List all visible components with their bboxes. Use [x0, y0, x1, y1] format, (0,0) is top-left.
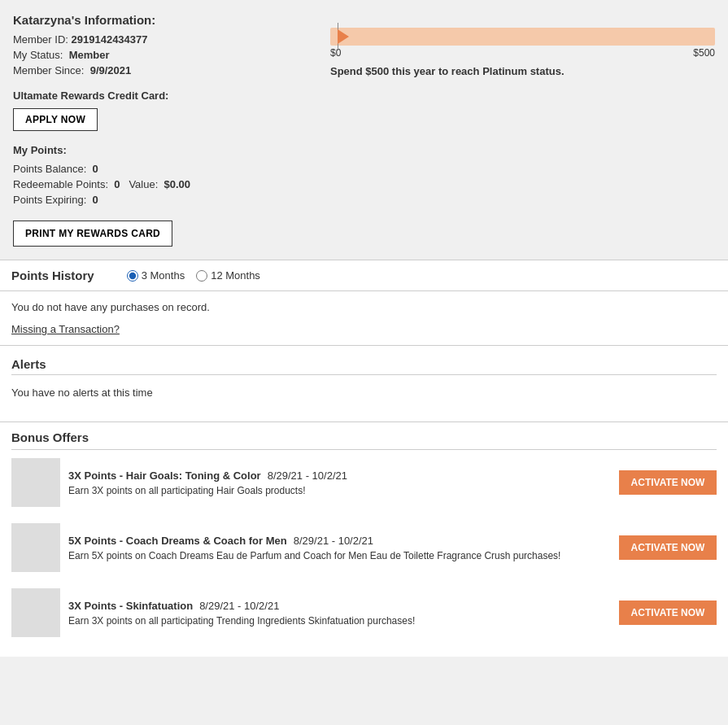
alerts-title: Alerts	[11, 357, 717, 371]
history-radio-group: 3 Months 12 Months	[127, 269, 260, 282]
member-since-row: Member Since: 9/9/2021	[13, 64, 314, 76]
left-col: Katarzyna's Information: Member ID: 2919…	[13, 13, 314, 247]
top-section: Katarzyna's Information: Member ID: 2919…	[0, 0, 728, 260]
offer-title: 5X Points - Coach Dreams & Coach for Men	[68, 535, 287, 547]
points-balance-label: Points Balance:	[13, 163, 86, 175]
bonus-title: Bonus Offers	[11, 422, 717, 449]
redeemable-row: Redeemable Points: 0 Value: $0.00	[13, 178, 314, 190]
radio-3months-label[interactable]: 3 Months	[127, 269, 185, 282]
points-history-body: You do not have any purchases on record.…	[0, 291, 728, 345]
credit-card-section: Ultamate Rewards Credit Card: APPLY NOW	[13, 90, 314, 131]
offer-title-line: 3X Points - Skinfatuation8/29/21 - 10/2/…	[68, 600, 611, 612]
member-id-row: Member ID: 2919142434377	[13, 33, 314, 46]
value-label: Value:	[129, 178, 158, 190]
redeemable-value: 0	[114, 178, 120, 190]
offer-row: 3X Points - Hair Goals: Toning & Color8/…	[11, 450, 717, 515]
radio-3months-text: 3 Months	[142, 269, 185, 282]
credit-card-title: Ultamate Rewards Credit Card:	[13, 90, 314, 102]
radio-12months-label[interactable]: 12 Months	[196, 269, 260, 282]
offer-title: 3X Points - Hair Goals: Toning & Color	[68, 470, 261, 482]
status-value: Member	[69, 49, 110, 61]
radio-12months-text: 12 Months	[211, 269, 260, 282]
offers-container: 3X Points - Hair Goals: Toning & Color8/…	[11, 450, 717, 645]
activate-now-button[interactable]: ACTIVATE NOW	[619, 535, 717, 560]
alerts-section: Alerts You have no alerts at this time	[0, 346, 728, 421]
offer-date: 8/29/21 - 10/2/21	[199, 600, 279, 612]
expiring-label: Points Expiring:	[13, 194, 86, 206]
missing-transaction-link[interactable]: Missing a Transaction?	[11, 323, 120, 335]
offer-row: 3X Points - Skinfatuation8/29/21 - 10/2/…	[11, 580, 717, 645]
progress-message: Spend $500 this year to reach Platinum s…	[330, 65, 715, 77]
offer-icon	[11, 458, 60, 507]
value-amount: $0.00	[164, 178, 191, 190]
no-record-text: You do not have any purchases on record.	[11, 301, 717, 313]
activate-now-button[interactable]: ACTIVATE NOW	[619, 470, 717, 495]
offer-title: 3X Points - Skinfatuation	[68, 600, 193, 612]
offer-row: 5X Points - Coach Dreams & Coach for Men…	[11, 515, 717, 580]
no-alerts-text: You have no alerts at this time	[11, 375, 717, 410]
activate-now-button[interactable]: ACTIVATE NOW	[619, 601, 717, 625]
offer-title-line: 5X Points - Coach Dreams & Coach for Men…	[68, 535, 611, 547]
offer-desc: Earn 3X points on all participating Hair…	[68, 485, 611, 496]
points-title: My Points:	[13, 144, 314, 156]
offer-icon	[11, 523, 60, 572]
redeemable-label: Redeemable Points:	[13, 178, 108, 190]
progress-track	[330, 28, 715, 46]
points-history-header: Points History 3 Months 12 Months	[0, 260, 728, 290]
points-section: My Points: Points Balance: 0 Redeemable …	[13, 144, 314, 247]
points-history-title: Points History	[11, 269, 94, 282]
member-since-label: Member Since:	[13, 64, 84, 76]
member-id-label: Member ID:	[13, 33, 68, 46]
progress-arrow	[338, 29, 349, 44]
print-rewards-card-button[interactable]: PRINT MY REWARDS CARD	[13, 221, 172, 247]
member-name: Katarzyna's Information:	[13, 13, 314, 27]
offer-date: 8/29/21 - 10/2/21	[294, 535, 373, 547]
radio-3months[interactable]	[127, 270, 138, 282]
progress-end-label: $500	[693, 47, 715, 59]
offer-desc: Earn 3X points on all participating Tren…	[68, 615, 611, 627]
offer-details: 5X Points - Coach Dreams & Coach for Men…	[68, 535, 611, 561]
offer-title-line: 3X Points - Hair Goals: Toning & Color8/…	[68, 470, 611, 482]
page-wrapper: Katarzyna's Information: Member ID: 2919…	[0, 0, 728, 657]
offer-details: 3X Points - Hair Goals: Toning & Color8/…	[68, 470, 611, 496]
right-col: $0 $500 Spend $500 this year to reach Pl…	[330, 13, 715, 247]
progress-labels: $0 $500	[330, 47, 715, 59]
points-balance-row: Points Balance: 0	[13, 163, 314, 175]
progress-start-label: $0	[330, 47, 341, 59]
offer-date: 8/29/21 - 10/2/21	[268, 470, 347, 482]
member-since-value: 9/9/2021	[90, 64, 132, 76]
radio-12months[interactable]	[196, 270, 207, 282]
offer-details: 3X Points - Skinfatuation8/29/21 - 10/2/…	[68, 600, 611, 627]
points-balance-value: 0	[93, 163, 98, 175]
status-row: My Status: Member	[13, 49, 314, 61]
member-id-value: 2919142434377	[72, 33, 148, 46]
apply-now-button[interactable]: APPLY NOW	[13, 108, 98, 131]
progress-container: $0 $500 Spend $500 this year to reach Pl…	[330, 28, 715, 77]
bonus-section: Bonus Offers 3X Points - Hair Goals: Ton…	[0, 422, 728, 657]
offer-icon	[11, 588, 60, 637]
status-label: My Status:	[13, 49, 63, 61]
expiring-row: Points Expiring: 0	[13, 194, 314, 206]
expiring-value: 0	[93, 194, 98, 206]
offer-desc: Earn 5X points on Coach Dreams Eau de Pa…	[68, 550, 611, 561]
